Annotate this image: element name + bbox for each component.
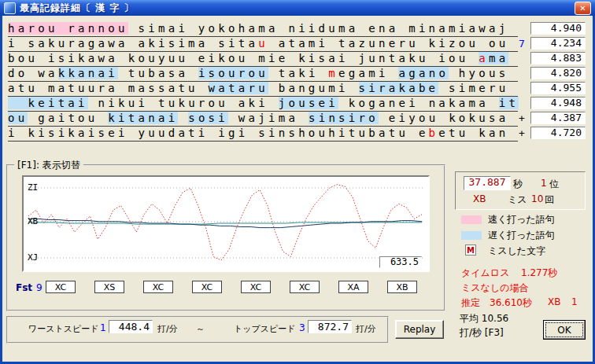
average-line1: 平均 10.56: [460, 312, 508, 325]
slow-word: ma: [489, 52, 508, 64]
typed-text: do wa: [8, 67, 58, 79]
missed-char: u: [258, 37, 268, 50]
typed-text: koganei nakama: [338, 97, 499, 109]
slow-word: kkanai: [58, 67, 118, 79]
typed-text: hyous: [449, 67, 508, 79]
range-tilde: ～: [196, 323, 205, 335]
slow-word-legend-label: 遅く打った語句: [488, 229, 555, 242]
close-button[interactable]: ✕: [575, 2, 591, 15]
fst-box: XC: [46, 281, 76, 293]
line-marker: +: [515, 127, 529, 139]
slow-word-swatch: [461, 231, 482, 240]
typed-text: simai yokohama niiduma ena minamiawaj: [128, 22, 509, 35]
missed-char: m: [328, 67, 338, 79]
line-record-value: 4.883: [530, 52, 586, 64]
line-record-value: 4.234: [530, 37, 586, 50]
y-axis-label-mid: XB: [28, 216, 38, 226]
fst-box: XC: [290, 281, 320, 293]
typing-line: i sakuragawa akisima sitau atami tazuner…: [8, 36, 518, 52]
y-axis-label-bottom: XJ: [28, 252, 38, 263]
top-speed-unit: 打/分: [356, 323, 376, 335]
typing-line: bou isikawa kouyuu eikou mie kisai junta…: [8, 51, 518, 67]
typed-text: i sakuragawa akisima sita: [8, 37, 258, 50]
worst-speed-rank: 1: [100, 322, 106, 333]
missed-char: b: [429, 127, 439, 139]
average-line2: 打/秒 [F3]: [460, 326, 504, 340]
typed-text: bou isikawa kouyuu eikou mie kisai junta…: [8, 52, 479, 64]
rank-value: 1: [541, 178, 547, 189]
fst-label: Fst: [16, 282, 32, 293]
slow-word: wataru: [209, 82, 268, 94]
slow-word: it: [499, 97, 519, 109]
replay-button[interactable]: Replay: [395, 320, 444, 339]
timeloss-label: タイムロス: [461, 267, 509, 280]
fst-count: 9: [36, 282, 42, 293]
slow-word: jousei: [279, 97, 338, 109]
estimate-grade: XB: [548, 296, 560, 307]
typed-text: gaitou: [28, 112, 108, 124]
typing-line: ou gaitou kitanai sosi wajima sinsiro ei…: [8, 111, 518, 127]
worst-speed-label: ワーストスピード: [28, 323, 99, 335]
line-record-value: 4.940: [530, 22, 586, 35]
typed-text: i kisikaisei yuudati igi sinshouhitubatu…: [8, 127, 429, 139]
close-icon: ✕: [579, 4, 586, 13]
fst-box: XS: [94, 281, 124, 293]
typed-text: simeru: [438, 82, 508, 94]
time-value-box: 37.887: [464, 176, 511, 190]
typed-text: etu kan: [438, 127, 508, 139]
top-speed-value: 872.7: [308, 320, 352, 333]
slow-word: isourou: [198, 67, 268, 79]
chart-groupbox-label: [F1]: 表示切替: [14, 159, 83, 172]
slow-word: sinsiro: [309, 112, 379, 124]
fast-word-swatch: [461, 215, 482, 224]
line-marker: 7: [515, 38, 529, 50]
y-axis-label-top: ZI: [28, 182, 38, 193]
rank-unit: 位: [549, 178, 559, 191]
typing-lines: harou rannou simai yokohama niiduma ena …: [8, 21, 590, 144]
slow-word: keitai: [8, 97, 88, 109]
miss-char-icon: M: [465, 245, 476, 256]
miss-count: 10: [531, 193, 543, 204]
fast-word-legend-label: 速く打った語句: [488, 213, 555, 226]
top-speed-rank: 3: [299, 322, 305, 333]
record-detail-window: 最高記録詳細〔 漢 字 〕 ✕ harou rannou simai yokoh…: [0, 0, 595, 364]
window-title: 最高記録詳細〔 漢 字 〕: [20, 2, 575, 15]
typing-line: do wakkanai tubasa isourou taki megami a…: [8, 66, 518, 82]
typed-text: egami: [338, 67, 398, 79]
stats-panel: 37.887 秒 1 位 XB ミス 10 回: [455, 171, 586, 210]
miss-unit: 回: [545, 193, 554, 207]
typed-text: atami tazuneru kizou ou: [268, 37, 509, 50]
worst-speed-unit: 打/分: [157, 323, 178, 335]
line-marker: +: [515, 112, 529, 124]
timeloss-value: 1.277秒: [521, 267, 557, 280]
slow-word: kitanai: [108, 112, 178, 124]
typing-line: keitai nikui tukurou aki jousei koganei …: [8, 96, 518, 112]
miss-label: ミス: [508, 193, 527, 207]
typing-line: harou rannou simai yokohama niiduma ena …: [8, 21, 518, 37]
slow-word: sosi: [188, 112, 228, 124]
fst-box: XC: [143, 281, 173, 293]
fst-box: XA: [338, 281, 368, 293]
app-icon: [4, 2, 16, 14]
estimate-value: 36.610秒: [490, 296, 532, 310]
speed-chart: ZI XB XJ 633.5: [22, 175, 430, 272]
fast-word: harou rannou: [8, 22, 128, 35]
line-record-value: 4.820: [530, 67, 586, 79]
missed-char: a: [479, 52, 489, 64]
typed-text: [178, 112, 188, 124]
top-speed-label: トップスピード: [234, 323, 296, 335]
titlebar[interactable]: 最高記録詳細〔 漢 字 〕 ✕: [0, 0, 595, 16]
line-record-value: 4.387: [530, 112, 586, 124]
typed-text: tubasa: [118, 67, 198, 79]
estimate-rank: 1: [571, 296, 578, 307]
typed-text: nikui tukurou aki: [88, 97, 279, 109]
fst-box: XC: [241, 281, 271, 293]
worst-speed-value: 448.4: [109, 320, 153, 333]
fst-box: XB: [387, 281, 417, 293]
miss-char-legend-label: ミスした文字: [488, 245, 545, 258]
slow-word: ou: [8, 112, 28, 124]
typed-text: bangumi: [268, 82, 359, 94]
ok-button[interactable]: OK: [543, 320, 586, 340]
chart-value-box: 633.5: [379, 256, 422, 268]
slow-word: sirakabe: [359, 82, 439, 94]
